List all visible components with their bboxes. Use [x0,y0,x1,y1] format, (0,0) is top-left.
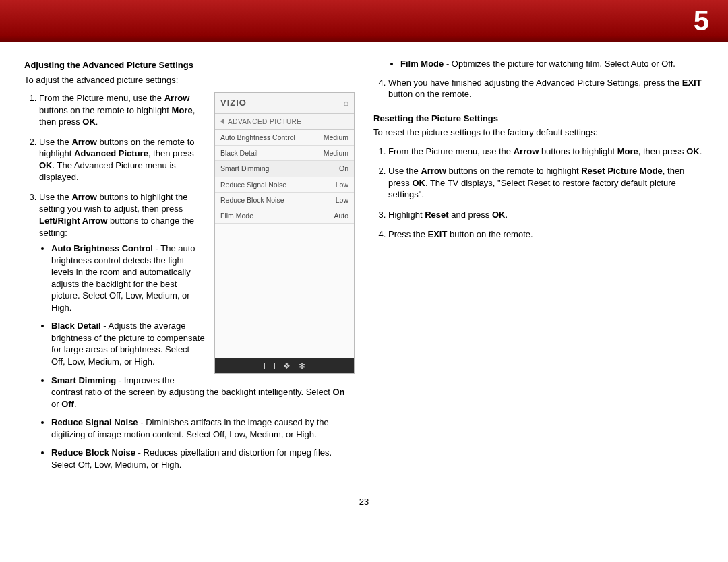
osd-row-value: Low [336,180,348,189]
osd-row: Reduce Block Noise Low [215,193,354,208]
heading-resetting: Resetting the Picture Settings [373,113,704,125]
heading-adjusting: Adjusting the Advanced Picture Settings [24,59,355,71]
reset-step-2: Use the Arrow buttons on the remote to h… [388,165,704,201]
reset-steps-list: From the Picture menu, use the Arrow but… [373,146,704,241]
reset-step-3: Highlight Reset and press OK. [388,209,704,221]
osd-row: Black Detail Medium [215,146,354,161]
settings-bullets-continued: Film Mode - Optimizes the picture for wa… [373,58,704,70]
osd-row-label: Film Mode [220,211,253,220]
osd-row-label: Reduce Block Noise [220,195,284,205]
osd-row-label: Reduce Signal Noise [220,180,286,189]
page-number: 23 [0,496,728,515]
bullet-smart-dimming: Smart Dimming - Improves the contrast ra… [51,375,355,410]
osd-brand: VIZIO [220,97,247,109]
chapter-number: 5 [694,2,709,40]
back-arrow-icon [220,119,224,124]
bullet-reduce-signal-noise: Reduce Signal Noise - Diminishes artifac… [51,416,355,440]
osd-subtitle: ADVANCED PICTURE [228,117,302,127]
reset-step-1: From the Picture menu, use the Arrow but… [388,146,704,158]
settings-gear-icon: ✻ [299,361,305,371]
steps-list-continued: When you have finished adjusting the Adv… [373,77,704,100]
osd-row-value: Medium [324,133,348,142]
step-4: When you have finished adjusting the Adv… [388,77,704,100]
osd-row: Reduce Signal Noise Low [215,177,354,193]
osd-row-value: Low [336,195,348,205]
osd-body-space [215,224,354,358]
osd-row-highlight: Smart Dimming On [215,161,354,177]
osd-row-label: Smart Dimming [220,164,269,173]
wide-mode-icon [264,363,275,369]
osd-panel: VIZIO ⌂ ADVANCED PICTURE Auto Brightness… [214,92,355,374]
home-icon: ⌂ [344,98,348,108]
osd-row-value: Medium [324,148,348,158]
intro-text: To adjust the advanced picture settings: [24,74,355,86]
left-column: Adjusting the Advanced Picture Settings … [24,58,355,478]
intro-reset: To reset the picture settings to the fac… [373,127,704,139]
osd-row: Film Mode Auto [215,208,354,224]
osd-row: Auto Brightness Control Medium [215,130,354,146]
osd-header: VIZIO ⌂ [215,93,354,114]
bullet-film-mode: Film Mode - Optimizes the picture for wa… [400,58,704,70]
reset-step-4: Press the EXIT button on the remote. [388,228,704,241]
osd-row-label: Black Detail [220,148,257,158]
bullet-reduce-block-noise: Reduce Block Noise - Reduces pixellation… [51,447,355,470]
chapter-banner: 5 [0,0,728,42]
right-column: Film Mode - Optimizes the picture for wa… [373,58,704,478]
osd-row-value: Auto [334,211,348,220]
vizio-logo-icon: ❖ [283,361,291,371]
osd-footer: ❖ ✻ [215,358,354,373]
osd-row-label: Auto Brightness Control [220,133,295,142]
osd-row-value: On [339,164,348,173]
osd-subtitle-row: ADVANCED PICTURE [215,114,354,131]
